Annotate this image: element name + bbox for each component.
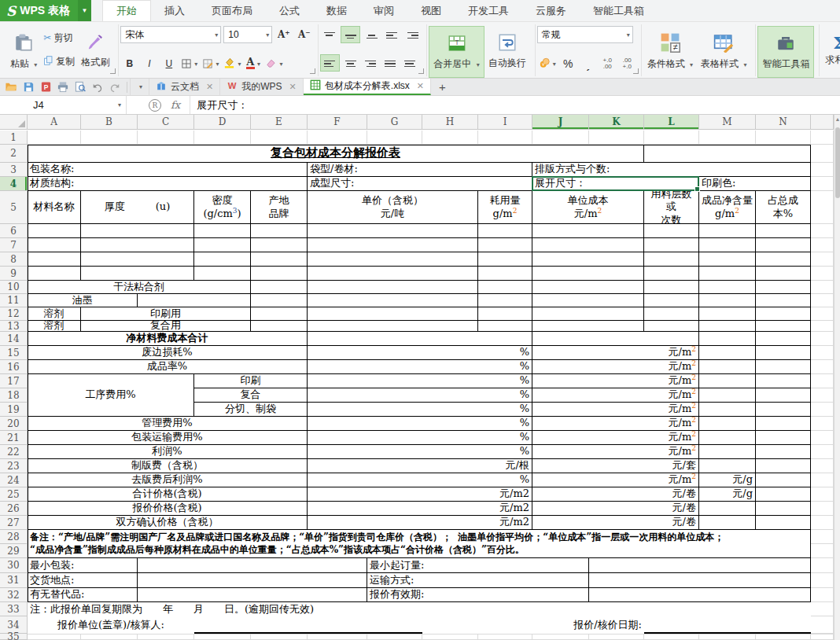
column-header-J[interactable]: J [532,115,589,130]
grid-cell[interactable] [811,544,834,558]
decrease-font-button[interactable]: A⁻ [295,27,313,42]
name-box[interactable]: J4 ▾ [0,96,127,114]
cell-J16[interactable]: 元/m2 [532,360,699,374]
cell-F20[interactable]: % [308,417,532,431]
row-header-26[interactable]: 26 [0,502,28,516]
cell-N26[interactable] [756,502,811,516]
scroll-up-icon[interactable]: ▲ [834,116,840,122]
grid-cell[interactable] [28,634,81,640]
cell-F10[interactable] [308,281,478,294]
cell-J6[interactable] [532,224,644,238]
font-color-button[interactable]: A▾ [244,56,262,72]
grid-cell[interactable] [422,634,478,640]
cell-M8[interactable] [699,252,756,267]
cell-C30[interactable] [138,558,367,573]
cell-M14[interactable] [699,332,756,346]
cell-M24[interactable]: 元/g [699,473,756,487]
grid-cell[interactable] [811,602,834,616]
cell-D5[interactable]: 密度(g/cm3) [194,191,251,224]
export-pdf-button[interactable]: P [38,80,53,94]
grid-cell[interactable] [811,145,834,163]
cell-M7[interactable] [699,238,756,252]
scrollbar-thumb[interactable] [835,127,840,198]
grid-cell[interactable] [811,238,834,252]
cell-M4[interactable]: 印刷色: [699,177,811,191]
column-header-N[interactable]: N [756,115,811,130]
cell-E6[interactable] [251,224,308,238]
justify-button[interactable] [381,55,399,71]
fill-handle[interactable] [694,186,700,192]
cell-J14[interactable] [532,332,699,346]
cell-A13[interactable]: 溶剂 [28,321,81,332]
cell-M20[interactable] [699,417,756,431]
row-header-35[interactable]: 35 [0,634,28,640]
cell-I9[interactable] [478,267,532,281]
cell-M22[interactable] [699,445,756,459]
cell-J25[interactable]: 元/卷 [532,487,699,502]
italic-button[interactable]: I [140,56,158,72]
cell-A20[interactable]: 管理费用% [28,417,308,431]
grid-cell[interactable] [811,616,834,634]
sum-button[interactable]: Σ 求和 ▾ [821,26,840,76]
row-header-25[interactable]: 25 [0,487,28,502]
grid-cell[interactable] [811,445,834,459]
cell-A23[interactable]: 制版费（含税） [28,459,308,473]
grid-cell[interactable] [811,332,834,346]
grid-cell[interactable] [28,131,81,145]
grid-cell[interactable] [811,294,834,307]
vertical-scrollbar[interactable]: ▲ [834,115,840,640]
grid-cell[interactable] [811,307,834,321]
row-header-17[interactable]: 17 [0,374,28,388]
cell-C11[interactable] [138,294,251,307]
cell-F5[interactable]: 单价（含税）元/吨 [308,191,478,224]
close-tab-icon[interactable]: ✕ [289,82,297,92]
row-header-29[interactable]: 29 [0,544,28,558]
fill-color-button[interactable]: ▾ [222,56,242,72]
cell-I11[interactable] [478,294,532,307]
cell-D7[interactable] [194,238,251,252]
grid-cell[interactable] [811,634,834,640]
cell-E7[interactable] [251,238,308,252]
cell-J9[interactable] [532,267,644,281]
grid-cell[interactable] [811,191,834,224]
grid-cell[interactable] [811,502,834,516]
cell-N7[interactable] [756,238,811,252]
grid-cell[interactable] [308,634,367,640]
selection-box[interactable] [532,176,699,191]
cell-N21[interactable] [756,431,811,445]
cell-N16[interactable] [756,360,811,374]
cell-G30[interactable]: 最小起订量: [367,558,589,573]
cell-N6[interactable] [756,224,811,238]
wrap-text-button[interactable]: 自动换行 [484,26,530,76]
grid-cell[interactable] [367,131,422,145]
column-header-K[interactable]: K [589,115,644,130]
cell-A25[interactable]: 合计价格(含税) [28,487,308,502]
grid-cell[interactable] [811,530,834,544]
cell-N24[interactable] [756,473,811,487]
cell-N17[interactable] [756,374,811,388]
cell-M17[interactable] [699,374,756,388]
distribute-button[interactable] [400,55,418,71]
menu-tab-云服务[interactable]: 云服务 [522,0,580,21]
cell-A12[interactable]: 溶剂 [28,307,81,321]
cell-J15[interactable]: 元/m2 [532,346,699,360]
new-tab-button[interactable]: + [431,79,454,95]
grid-cell[interactable] [811,252,834,267]
grid-cell[interactable] [811,573,834,588]
grid-cell[interactable] [811,473,834,487]
row-header-13[interactable]: 13 [0,321,28,332]
cell-G32[interactable]: 报价有效期: [367,588,589,602]
increase-decimal-button[interactable]: +.0 .00 [599,56,617,72]
row-header-15[interactable]: 15 [0,346,28,360]
cell-A5[interactable]: 材料名称 [28,191,81,224]
row-header-6[interactable]: 6 [0,224,28,238]
cell-N9[interactable] [756,267,811,281]
menu-tab-智能工具箱[interactable]: 智能工具箱 [580,0,658,21]
cell-D34[interactable] [194,616,422,634]
row-header-33[interactable]: 33 [0,602,28,616]
underline-button[interactable]: U [160,56,178,72]
row-header-3[interactable]: 3 [0,163,28,177]
grid-cell[interactable] [138,131,194,145]
cell-H34[interactable]: 报价/核价日期: [422,616,644,634]
cell-J24[interactable]: 元/m2 [532,473,699,487]
